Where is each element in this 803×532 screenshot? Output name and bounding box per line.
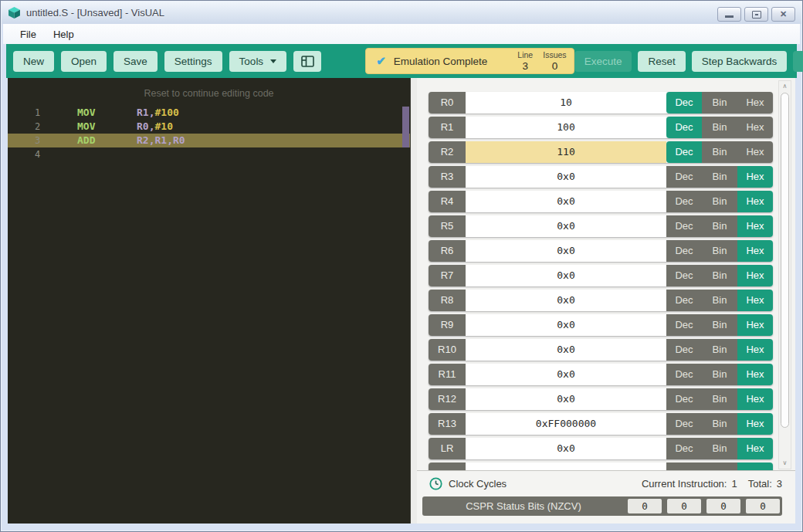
format-bin-button[interactable]: Bin (702, 265, 737, 286)
format-toggle: DecBinHex (666, 413, 773, 435)
format-hex-button[interactable]: Hex (737, 413, 773, 435)
format-bin-button[interactable]: Bin (702, 215, 737, 237)
format-dec-button[interactable]: Dec (666, 141, 702, 163)
format-toggle: DecBinHex (666, 141, 773, 163)
format-dec-button[interactable]: Dec (666, 290, 702, 311)
register-name: R0 (429, 92, 466, 114)
format-bin-button[interactable]: Bin (702, 290, 737, 311)
minimize-button[interactable] (717, 7, 741, 22)
format-bin-button[interactable]: Bin (702, 314, 737, 336)
register-panel: R010DecBinHexR1100DecBinHexR2110DecBinHe… (417, 78, 795, 524)
register-scrollbar-thumb[interactable] (781, 93, 789, 428)
format-dec-button[interactable]: Dec (666, 92, 702, 114)
scroll-up-icon[interactable]: ∧ (779, 81, 791, 92)
format-dec-button[interactable]: Dec (666, 265, 702, 286)
format-toggle: DecBinHex (666, 339, 773, 361)
register-row-r5: R50x0DecBinHex (429, 215, 773, 237)
register-row-r13: R130xFF000000DecBinHex (429, 413, 773, 435)
format-hex-button[interactable]: Hex (737, 314, 773, 336)
register-scrollbar[interactable]: ∧ ∨ (778, 80, 791, 469)
toolbar-button-tools[interactable]: Tools (229, 51, 287, 72)
split-view-icon (301, 56, 314, 67)
close-button[interactable]: ✕ (771, 7, 795, 22)
pane-splitter[interactable] (410, 78, 417, 524)
editor-line[interactable]: 3ADDR2,R1,R0 (8, 134, 410, 147)
format-toggle: DecBinHex (666, 438, 773, 459)
register-row-r12: R120x0DecBinHex (429, 388, 773, 410)
toolbar-button-settings[interactable]: Settings (164, 51, 222, 72)
format-bin-button[interactable]: Bin (702, 166, 737, 188)
format-bin-button[interactable]: Bin (702, 191, 737, 212)
format-bin-button[interactable]: Bin (702, 240, 737, 262)
operand: R1, (137, 107, 154, 118)
format-dec-button[interactable]: Dec (666, 388, 702, 410)
format-dec-button[interactable]: Dec (666, 438, 702, 459)
format-toggle: DecBinHex (666, 364, 773, 385)
split-view-button[interactable] (293, 51, 321, 72)
format-dec-button[interactable]: Dec (666, 166, 702, 188)
register-name: R13 (429, 413, 466, 435)
register-value: 100 (466, 117, 666, 138)
format-dec-button[interactable]: Dec (666, 339, 702, 361)
register-value: 0x0 (466, 438, 666, 459)
format-hex-button[interactable]: Hex (737, 339, 773, 361)
format-hex-button[interactable]: Hex (737, 364, 773, 385)
editor-scrollbar-thumb[interactable] (402, 107, 409, 147)
format-bin-button[interactable]: Bin (702, 117, 737, 138)
menu-item-file[interactable]: File (13, 26, 43, 42)
format-dec-button[interactable]: Dec (666, 314, 702, 336)
scroll-down-icon[interactable]: ∨ (779, 458, 791, 469)
editor-line[interactable]: 2MOVR0,#10 (8, 120, 410, 134)
clock-cycles-label: Clock Cycles (449, 478, 507, 490)
register-value: 0x0 (466, 290, 666, 311)
register-name: R4 (429, 191, 466, 212)
format-hex-button[interactable]: Hex (737, 117, 773, 138)
format-toggle: DecBinHex (666, 290, 773, 311)
format-bin-button[interactable]: Bin (702, 364, 737, 385)
cspr-bit: 0 (667, 499, 701, 513)
format-dec-button[interactable]: Dec (666, 364, 702, 385)
format-hex-button[interactable]: Hex (737, 265, 773, 286)
format-bin-button[interactable]: Bin (702, 141, 737, 163)
format-dec-button[interactable]: Dec (666, 240, 702, 262)
close-icon: ✕ (780, 10, 787, 19)
main-area: Reset to continue editing code 1MOVR1,#1… (8, 78, 795, 524)
format-hex-button[interactable]: Hex (737, 438, 773, 459)
register-name: R11 (429, 364, 466, 385)
register-value: 10 (466, 92, 666, 114)
format-hex-button[interactable]: Hex (737, 166, 773, 188)
format-dec-button[interactable]: Dec (666, 413, 702, 435)
format-dec-button[interactable]: Dec (666, 117, 702, 138)
toolbar-button-reset[interactable]: Reset (638, 51, 685, 72)
editor-line[interactable]: 1MOVR1,#100 (8, 106, 410, 120)
toolbar-right-buttons: ExecuteResetStep BackwardsStep Forwards (574, 51, 803, 72)
format-hex-button[interactable]: Hex (737, 388, 773, 410)
maximize-button[interactable] (744, 7, 768, 22)
format-dec-button[interactable]: Dec (666, 215, 702, 237)
format-hex-button[interactable]: Hex (737, 290, 773, 311)
toolbar-button-step-backwards[interactable]: Step Backwards (692, 51, 788, 72)
menu-item-help[interactable]: Help (46, 26, 81, 42)
format-bin-button[interactable]: Bin (702, 92, 737, 114)
format-bin-button[interactable]: Bin (702, 339, 737, 361)
editor-line[interactable]: 4 (8, 147, 410, 161)
format-bin-button[interactable]: Bin (702, 388, 737, 410)
format-bin-button[interactable]: Bin (702, 438, 737, 459)
format-hex-button[interactable]: Hex (737, 215, 773, 237)
toolbar-button-open[interactable]: Open (61, 51, 107, 72)
editor-hint: Reset to continue editing code (8, 88, 410, 99)
format-hex-button[interactable]: Hex (737, 240, 773, 262)
register-row-r9: R90x0DecBinHex (429, 314, 773, 336)
editor-lines: 1MOVR1,#1002MOVR0,#103ADDR2,R1,R04 (8, 106, 410, 161)
format-hex-button[interactable]: Hex (737, 141, 773, 163)
format-hex-button[interactable]: Hex (737, 92, 773, 114)
code-editor[interactable]: Reset to continue editing code 1MOVR1,#1… (8, 78, 410, 524)
format-bin-button[interactable]: Bin (702, 413, 737, 435)
format-hex-button[interactable]: Hex (737, 191, 773, 212)
mnemonic: MOV (77, 120, 137, 134)
toolbar-button-new[interactable]: New (13, 51, 54, 72)
format-dec-button[interactable]: Dec (666, 191, 702, 212)
title-bar[interactable]: untitled.S - [Unsaved] - VisUAL ✕ (2, 2, 801, 24)
format-toggle: DecBinHex (666, 117, 773, 138)
toolbar-button-save[interactable]: Save (114, 51, 158, 72)
